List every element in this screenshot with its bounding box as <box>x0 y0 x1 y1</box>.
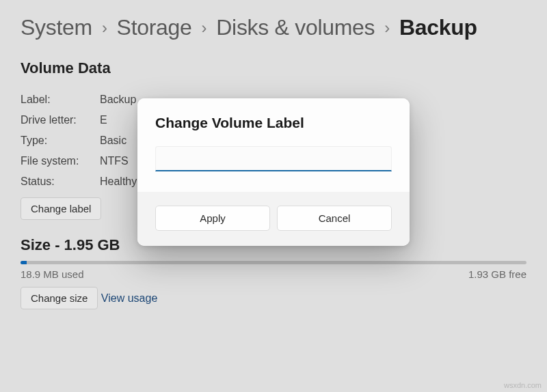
apply-button[interactable]: Apply <box>155 206 270 231</box>
watermark: wsxdn.com <box>504 381 542 389</box>
volume-label-input[interactable] <box>155 146 392 171</box>
dialog-title: Change Volume Label <box>155 115 392 131</box>
cancel-button[interactable]: Cancel <box>277 206 392 231</box>
dialog-body: Change Volume Label <box>137 98 410 192</box>
dialog-actions: Apply Cancel <box>137 192 410 246</box>
change-volume-label-dialog: Change Volume Label Apply Cancel <box>137 98 410 246</box>
modal-overlay: Change Volume Label Apply Cancel <box>0 0 547 392</box>
